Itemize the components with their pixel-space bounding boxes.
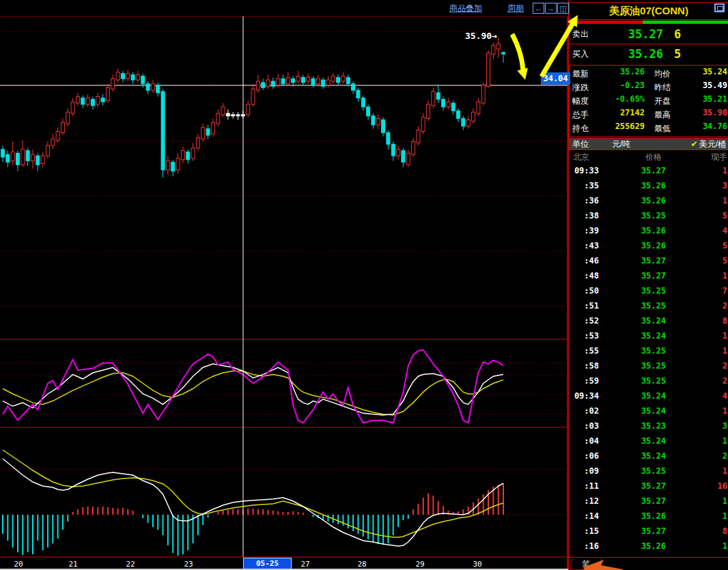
tape-time: :51 xyxy=(569,301,599,316)
stat-value: 35.21 xyxy=(686,94,728,108)
unit-option-yuan-ton[interactable]: 元/吨 xyxy=(612,139,662,150)
tape-row: :55 35.25 1 xyxy=(569,346,728,361)
stat-value: -0.23 xyxy=(597,81,645,94)
unit-option-usd-barrel[interactable]: 美元/桶 xyxy=(699,139,728,150)
stat-value: -0.65% xyxy=(597,94,645,108)
overlay-link[interactable]: 商品叠加 xyxy=(449,3,482,14)
tab-tick[interactable]: 笔 xyxy=(570,558,602,570)
bottom-tab-bar: 笔 xyxy=(569,557,728,570)
svg-text:27: 27 xyxy=(300,560,309,569)
tape-time: :16 xyxy=(569,541,599,556)
tape-volume: 1 xyxy=(666,511,728,526)
stat-label: 昨结 xyxy=(654,81,686,94)
stat-value: 35.24 xyxy=(686,67,728,81)
tape-row: :11 35.27 16 xyxy=(569,481,728,496)
arrow-left-icon[interactable]: ← xyxy=(533,3,544,14)
stat-label: 最新 xyxy=(570,67,597,81)
tape-row: :59 35.25 2 xyxy=(569,376,728,391)
bid-label: 买入 xyxy=(569,48,608,60)
tape-volume: 4 xyxy=(666,391,728,406)
tape-price: 35.26 xyxy=(599,196,666,211)
bid-price: 35.26 xyxy=(608,47,663,61)
tape-row: :04 35.24 1 xyxy=(569,436,728,451)
stat-row: 总手 27142 最高 35.90 xyxy=(570,108,728,122)
tape-price: 35.25 xyxy=(599,361,666,376)
instrument-title: 美原油07(CONN) xyxy=(569,2,728,20)
tape-row: :03 35.23 3 xyxy=(569,421,728,436)
tape-row: :35 35.26 3 xyxy=(569,181,728,196)
ask-row: 卖出 35.27 6 xyxy=(569,25,728,43)
stat-label: 最高 xyxy=(654,108,686,122)
ask-qty: 6 xyxy=(674,27,681,41)
check-icon: ✔ xyxy=(691,139,698,149)
bid-row: 买入 35.26 5 xyxy=(569,45,728,63)
stat-label: 最低 xyxy=(654,122,686,135)
tape-volume: 1 xyxy=(666,166,728,181)
tape-time: 09:34 xyxy=(569,391,599,406)
tape-volume: 8 xyxy=(666,316,728,331)
tape-volume: 5 xyxy=(666,211,728,226)
stat-value: 34.76 xyxy=(686,122,728,135)
tape-row: :16 35.26 1 xyxy=(569,541,728,556)
tape-volume: 2 xyxy=(666,451,728,466)
tape-price: 35.27 xyxy=(599,481,666,496)
tape-row: :06 35.24 2 xyxy=(569,451,728,466)
stat-label: 幅度 xyxy=(570,94,597,108)
tape-price: 35.24 xyxy=(599,451,666,466)
tape-row: :51 35.25 2 xyxy=(569,301,728,316)
period-link[interactable]: 周期 xyxy=(507,3,524,14)
svg-text:21: 21 xyxy=(68,560,77,569)
tape-row: :02 35.24 1 xyxy=(569,406,728,421)
tape-price: 35.23 xyxy=(599,421,666,436)
tape-price: 35.25 xyxy=(599,466,666,481)
tape-price: 35.27 xyxy=(599,526,666,541)
stat-value: 255629 xyxy=(597,122,645,135)
tape-time: :02 xyxy=(569,406,599,421)
stat-label: 开盘 xyxy=(654,94,686,108)
tape-header-volume: 现手 xyxy=(711,152,727,163)
tape-time: 09:33 xyxy=(569,166,599,181)
tape-price: 35.24 xyxy=(599,316,666,331)
tape-row: :43 35.26 5 xyxy=(569,241,728,256)
tape-header-price: 价格 xyxy=(645,152,662,163)
restore-window-icon[interactable] xyxy=(714,3,725,12)
tape-volume: 2 xyxy=(666,361,728,376)
tape-volume: 5 xyxy=(666,241,728,256)
tape-volume: 1 xyxy=(666,436,728,451)
tape-price: 35.26 xyxy=(599,226,666,241)
strength-bar-green xyxy=(643,20,728,24)
tape-time: :39 xyxy=(569,226,599,241)
tape-price: 35.25 xyxy=(599,211,666,226)
tape-row: :52 35.24 8 xyxy=(569,316,728,331)
tape-price: 35.24 xyxy=(599,391,666,406)
tape-price: 35.24 xyxy=(599,406,666,421)
tape-time: :46 xyxy=(569,256,599,271)
tape-time: :35 xyxy=(569,181,599,196)
tape-volume: 1 xyxy=(666,346,728,361)
tape-volume: 1 xyxy=(666,406,728,421)
divider xyxy=(569,44,728,44)
split-window-icon[interactable]: ◫ xyxy=(557,3,569,14)
ask-price: 35.27 xyxy=(608,27,663,41)
stat-label: 总手 xyxy=(570,108,597,122)
tape-row: :50 35.25 7 xyxy=(569,286,728,301)
tape-row: :48 35.27 1 xyxy=(569,271,728,286)
chart-canvas[interactable]: 35.90→2021222327282930 xyxy=(0,0,568,570)
tape-price: 35.25 xyxy=(599,286,666,301)
tape-row: 09:34 35.24 4 xyxy=(569,391,728,406)
tape-time: :12 xyxy=(569,496,599,511)
stat-label: 涨跌 xyxy=(570,81,597,94)
tape-time: :09 xyxy=(569,466,599,481)
unit-label: 单位 xyxy=(570,139,612,150)
tape-row: :12 35.27 1 xyxy=(569,496,728,511)
tape-volume: 1 xyxy=(666,496,728,511)
arrow-right-icon[interactable]: → xyxy=(545,3,557,14)
tape-header: 北京 价格 现手 xyxy=(569,152,728,165)
svg-text:22: 22 xyxy=(126,560,135,569)
kdj-k-line xyxy=(3,364,503,415)
tape-volume: 8 xyxy=(666,526,728,541)
tape-price: 35.26 xyxy=(599,181,666,196)
tape-volume: 1 xyxy=(666,466,728,481)
tape-row: :46 35.27 5 xyxy=(569,256,728,271)
tape-time: :06 xyxy=(569,451,599,466)
